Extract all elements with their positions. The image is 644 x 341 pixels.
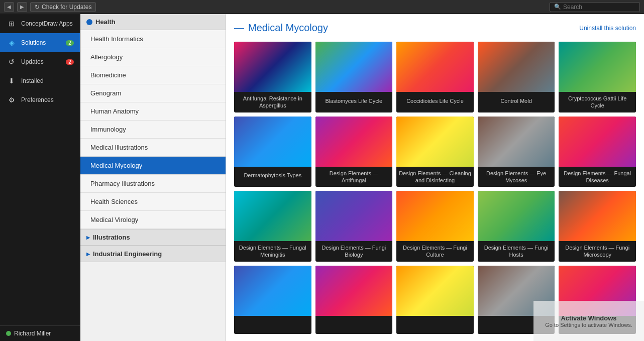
solutions-icon: ◈ xyxy=(6,37,17,48)
card-placeholder-c4 xyxy=(478,42,555,92)
card-c14[interactable]: Design Elements — Fungi Hosts xyxy=(478,191,555,262)
sidebar-preferences-label: Preferences xyxy=(21,96,54,103)
nav-item-medical-mycology-label: Medical Mycology xyxy=(90,162,142,169)
card-placeholder-c19 xyxy=(478,266,555,316)
card-label-c16 xyxy=(234,316,311,334)
user-status-dot xyxy=(6,331,11,336)
back-button[interactable]: ◀ xyxy=(4,2,14,12)
nav-item-human-anatomy-label: Human Anatomy xyxy=(90,107,139,115)
card-c20[interactable] xyxy=(559,266,636,334)
nav-item-medical-virology[interactable]: Medical Virology xyxy=(80,211,226,229)
nav-item-health-sciences[interactable]: Health Sciences xyxy=(80,193,226,211)
card-c2[interactable]: Blastomyces Life Cycle xyxy=(315,42,393,112)
card-c16[interactable] xyxy=(234,266,311,334)
check-updates-button[interactable]: ↻ Check for Updates xyxy=(30,2,96,12)
industrial-section-header[interactable]: ▶ Industrial Engineering xyxy=(80,246,226,262)
health-section-label: Health xyxy=(95,18,116,26)
card-label-c11: Design Elements — Fungal Meningitis xyxy=(234,241,311,262)
nav-item-allergology[interactable]: Allergology xyxy=(80,48,226,66)
uninstall-link[interactable]: Uninstall this solution xyxy=(579,25,636,32)
card-c1[interactable]: Antifungal Resistance in Aspergillus xyxy=(234,42,311,112)
card-c9[interactable]: Design Elements — Eye Mycoses xyxy=(478,117,555,187)
illustrations-section-header[interactable]: ▶ Illustrations xyxy=(80,229,226,246)
card-placeholder-c5 xyxy=(559,42,636,92)
sidebar-footer: Richard Miller xyxy=(0,325,80,341)
nav-item-pharmacy-illustrations[interactable]: Pharmacy Illustrations xyxy=(80,175,226,193)
card-c18[interactable] xyxy=(396,266,474,334)
search-box[interactable]: 🔍 xyxy=(550,2,640,12)
sidebar-apps-label: ConceptDraw Apps xyxy=(21,20,73,27)
nav-item-immunology[interactable]: Immunology xyxy=(80,121,226,139)
sidebar-installed-label: Installed xyxy=(21,77,44,84)
nav-item-health-informatics[interactable]: Health Informatics xyxy=(80,30,226,48)
card-placeholder-c14 xyxy=(478,191,555,241)
search-input[interactable] xyxy=(563,4,633,11)
updates-icon: ↺ xyxy=(6,56,17,67)
card-c4[interactable]: Control Mold xyxy=(478,42,555,112)
industrial-section-label: Industrial Engineering xyxy=(93,250,162,258)
nav-item-medical-mycology[interactable]: Medical Mycology xyxy=(80,157,226,175)
card-image-c17 xyxy=(315,266,393,316)
sidebar-spacer xyxy=(0,109,80,325)
content-area: Medical Mycology Uninstall this solution… xyxy=(226,14,644,341)
card-c11[interactable]: Design Elements — Fungal Meningitis xyxy=(234,191,311,262)
card-c17[interactable] xyxy=(315,266,393,334)
nav-item-genogram[interactable]: Genogram xyxy=(80,84,226,102)
card-placeholder-c3 xyxy=(396,42,474,92)
nav-item-health-informatics-label: Health Informatics xyxy=(90,35,143,43)
sidebar-solutions-label: Solutions xyxy=(21,39,46,46)
card-placeholder-c6 xyxy=(234,117,311,167)
card-image-c20 xyxy=(559,266,636,316)
card-c8[interactable]: Design Elements — Cleaning and Disinfect… xyxy=(396,117,474,187)
card-c19[interactable] xyxy=(478,266,555,334)
card-c6[interactable]: Dermatophytosis Types xyxy=(234,117,311,187)
card-image-c18 xyxy=(396,266,474,316)
card-placeholder-c17 xyxy=(315,266,393,316)
user-name: Richard Miller xyxy=(14,330,51,337)
sidebar-item-installed[interactable]: ⬇ Installed xyxy=(0,71,80,90)
card-image-c15 xyxy=(559,191,636,241)
card-image-c4 xyxy=(478,42,555,92)
card-c15[interactable]: Design Elements — Fungi Microscopy xyxy=(559,191,636,262)
health-section-header[interactable]: Health xyxy=(80,14,226,30)
illustrations-section-label: Illustrations xyxy=(93,234,130,241)
card-placeholder-c10 xyxy=(559,117,636,167)
card-c10[interactable]: Design Elements — Fungal Diseases xyxy=(559,117,636,187)
card-c12[interactable]: Design Elements — Fungi Biology xyxy=(315,191,393,262)
card-placeholder-c15 xyxy=(559,191,636,241)
sidebar-item-solutions[interactable]: ◈ Solutions 2 xyxy=(0,33,80,52)
check-updates-label: Check for Updates xyxy=(42,4,91,11)
sidebar-item-updates[interactable]: ↺ Updates 2 xyxy=(0,52,80,71)
card-image-c9 xyxy=(478,117,555,167)
nav-item-biomedicine[interactable]: Biomedicine xyxy=(80,66,226,84)
nav-item-pharmacy-illustrations-label: Pharmacy Illustrations xyxy=(90,180,155,187)
sidebar-item-apps[interactable]: ⊞ ConceptDraw Apps xyxy=(0,14,80,33)
card-placeholder-c16 xyxy=(234,266,311,316)
card-label-c19 xyxy=(478,316,555,334)
card-image-c13 xyxy=(396,191,474,241)
forward-button[interactable]: ▶ xyxy=(17,2,27,12)
nav-item-medical-illustrations[interactable]: Medical Illustrations xyxy=(80,139,226,157)
card-image-c3 xyxy=(396,42,474,92)
card-label-c14: Design Elements — Fungi Hosts xyxy=(478,241,555,262)
back-icon: ◀ xyxy=(7,4,11,10)
card-label-c15: Design Elements — Fungi Microscopy xyxy=(559,241,636,262)
nav-item-human-anatomy[interactable]: Human Anatomy xyxy=(80,102,226,121)
sidebar-item-preferences[interactable]: ⚙ Preferences xyxy=(0,90,80,109)
card-label-c4: Control Mold xyxy=(478,92,555,110)
card-c13[interactable]: Design Elements — Fungi Culture xyxy=(396,191,474,262)
main-layout: ⊞ ConceptDraw Apps ◈ Solutions 2 ↺ Updat… xyxy=(0,14,644,341)
section-title-text: Medical Mycology xyxy=(248,22,328,34)
installed-icon: ⬇ xyxy=(6,75,17,86)
card-c7[interactable]: Design Elements — Antifungal xyxy=(315,117,393,187)
card-c5[interactable]: Cryptococcus Gattii Life Cycle xyxy=(559,42,636,112)
sidebar: ⊞ ConceptDraw Apps ◈ Solutions 2 ↺ Updat… xyxy=(0,14,80,341)
card-image-c7 xyxy=(315,117,393,167)
preferences-icon: ⚙ xyxy=(6,94,17,105)
nav-item-medical-virology-label: Medical Virology xyxy=(90,216,138,223)
sidebar-updates-label: Updates xyxy=(21,58,44,65)
card-c3[interactable]: Coccidioides Life Cycle xyxy=(396,42,474,112)
card-placeholder-c20 xyxy=(559,266,636,316)
nav-item-allergology-label: Allergology xyxy=(90,53,123,61)
forward-icon: ▶ xyxy=(20,4,24,10)
